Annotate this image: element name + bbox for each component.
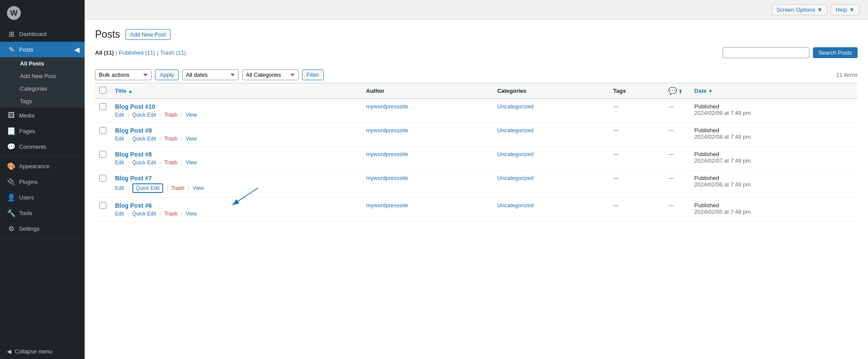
page-header: Posts Add New Post	[95, 29, 858, 40]
category-link-9[interactable]: Uncategorized	[497, 127, 534, 134]
row-action-quick-edit-7[interactable]: Quick Edit	[132, 183, 163, 193]
post-title-link-8[interactable]: Blog Post #8	[115, 151, 152, 158]
comments-sort-icons: ⬆	[678, 89, 682, 94]
row-action-edit-9[interactable]: Edit	[115, 136, 124, 142]
date-cell-10: Published2024/02/09 at 7:48 pm	[690, 99, 858, 123]
row-action-edit-7[interactable]: Edit	[115, 185, 124, 191]
sidebar-item-users[interactable]: 👤 Users	[0, 189, 85, 205]
post-title-link-10[interactable]: Blog Post #10	[115, 103, 155, 110]
collapse-menu-button[interactable]: ◀ Collapse menu	[0, 344, 85, 359]
comments-value-10: —	[668, 103, 674, 110]
sidebar-item-media[interactable]: 🖼 Media	[0, 108, 85, 123]
sub-nav: All (11) | Published (11) | Trash (11)	[95, 49, 186, 56]
title-sort-icon: ▲	[128, 88, 133, 94]
row-action-quick-edit-8[interactable]: Quick Edit	[132, 160, 156, 166]
sidebar-sub-tags[interactable]: Tags	[0, 95, 85, 108]
row-checkbox-6[interactable]	[99, 202, 106, 209]
row-action-sep: |	[128, 136, 129, 142]
category-link-7[interactable]: Uncategorized	[497, 175, 534, 181]
category-link-10[interactable]: Uncategorized	[497, 103, 534, 110]
row-action-view-9[interactable]: View	[186, 136, 197, 142]
sidebar-item-pages[interactable]: 📃 Pages	[0, 123, 85, 139]
tags-value-8: —	[613, 151, 619, 157]
topbar: Screen Options ▼ Help ▼	[85, 0, 868, 20]
sub-nav-trash[interactable]: Trash (11)	[160, 49, 186, 56]
row-action-trash-9[interactable]: Trash	[164, 136, 178, 142]
sidebar-item-tools[interactable]: 🔧 Tools	[0, 205, 85, 221]
header-title[interactable]: Title ▲	[111, 83, 362, 99]
sidebar-item-label: Posts	[19, 46, 33, 53]
sidebar-item-posts[interactable]: ✎ Posts ◀	[0, 42, 85, 57]
search-posts-input[interactable]	[723, 47, 809, 58]
author-link-9[interactable]: mywordpresssite	[366, 127, 408, 134]
row-action-trash-10[interactable]: Trash	[164, 112, 178, 118]
row-action-edit-10[interactable]: Edit	[115, 112, 124, 118]
date-status-6: Published	[694, 202, 853, 209]
sidebar-sub-categories[interactable]: Categories	[0, 82, 85, 95]
sidebar-item-plugins[interactable]: 🔌 Plugins	[0, 174, 85, 189]
apply-button[interactable]: Apply	[155, 69, 179, 80]
sub-nav-sep1: |	[115, 49, 117, 56]
post-title-link-6[interactable]: Blog Post #6	[115, 202, 152, 209]
row-checkbox-8[interactable]	[99, 151, 106, 158]
row-action-view-6[interactable]: View	[186, 211, 197, 217]
row-action-edit-6[interactable]: Edit	[115, 211, 124, 217]
row-action-quick-edit-6[interactable]: Quick Edit	[132, 211, 156, 217]
author-link-10[interactable]: mywordpresssite	[366, 103, 408, 110]
posts-icon: ✎	[7, 45, 16, 54]
author-link-7[interactable]: mywordpresssite	[366, 175, 408, 181]
table-row: Blog Post #6Edit | Quick Edit | Trash | …	[95, 198, 858, 222]
date-status-9: Published	[694, 127, 853, 134]
collapse-label: Collapse menu	[15, 348, 53, 355]
sidebar-item-comments[interactable]: 💬 Comments	[0, 139, 85, 154]
categories-filter-select[interactable]: All Categories Uncategorized	[242, 69, 299, 80]
row-action-trash-8[interactable]: Trash	[164, 160, 178, 166]
row-action-view-10[interactable]: View	[186, 112, 197, 118]
select-all-checkbox[interactable]	[99, 87, 106, 94]
filter-button[interactable]: Filter	[302, 69, 324, 80]
row-action-view-8[interactable]: View	[186, 160, 197, 166]
category-link-8[interactable]: Uncategorized	[497, 151, 534, 157]
row-action-edit-8[interactable]: Edit	[115, 160, 124, 166]
row-checkbox-9[interactable]	[99, 127, 106, 134]
post-title-link-7[interactable]: Blog Post #7	[115, 175, 152, 182]
add-new-post-button[interactable]: Add New Post	[125, 29, 171, 40]
sidebar-sub-add-new[interactable]: Add New Post	[0, 70, 85, 82]
post-title-link-9[interactable]: Blog Post #9	[115, 127, 152, 134]
author-link-8[interactable]: mywordpresssite	[366, 151, 408, 157]
posts-table-body: Blog Post #10Edit | Quick Edit | Trash |…	[95, 99, 858, 222]
row-action-quick-edit-9[interactable]: Quick Edit	[132, 136, 156, 142]
sidebar-item-appearance[interactable]: 🎨 Appearance	[0, 158, 85, 174]
sub-nav-row: All (11) | Published (11) | Trash (11) S…	[95, 47, 858, 64]
bulk-actions-select[interactable]: Bulk actions	[95, 69, 151, 80]
row-action-trash-7[interactable]: Trash	[171, 185, 184, 191]
row-checkbox-7[interactable]	[99, 175, 106, 182]
tags-value-6: —	[613, 202, 619, 209]
screen-options-button[interactable]: Screen Options ▼	[772, 4, 827, 15]
sidebar-item-label: Comments	[19, 144, 46, 150]
page-title: Posts	[95, 29, 120, 40]
main-content: Screen Options ▼ Help ▼ Posts Add New Po…	[85, 0, 868, 359]
wordpress-logo-icon: W	[7, 6, 21, 20]
category-link-6[interactable]: Uncategorized	[497, 202, 534, 209]
row-action-trash-6[interactable]: Trash	[164, 211, 178, 217]
author-link-6[interactable]: mywordpresssite	[366, 202, 408, 209]
row-checkbox-10[interactable]	[99, 103, 106, 110]
row-action-quick-edit-10[interactable]: Quick Edit	[132, 112, 156, 118]
sidebar-item-dashboard[interactable]: ⊞ Dashboard	[0, 26, 85, 42]
collapse-icon: ◀	[7, 348, 11, 355]
sub-nav-all[interactable]: All (11)	[95, 49, 114, 56]
dates-filter-select[interactable]: All dates February 2024	[182, 69, 239, 80]
date-status-8: Published	[694, 151, 853, 157]
sub-nav-published[interactable]: Published (11)	[119, 49, 155, 56]
row-action-view-7[interactable]: View	[193, 185, 204, 191]
help-button[interactable]: Help ▼	[831, 4, 859, 15]
sidebar-sub-all-posts[interactable]: All Posts	[0, 57, 85, 70]
search-posts-button[interactable]: Search Posts	[813, 47, 858, 58]
header-comments[interactable]: 💬 ⬆	[664, 83, 690, 99]
sidebar-item-settings[interactable]: ⚙ Settings	[0, 221, 85, 236]
date-cell-9: Published2024/02/08 at 7:48 pm	[690, 123, 858, 147]
comments-value-7: —	[668, 175, 674, 181]
help-chevron-icon: ▼	[849, 7, 855, 13]
header-date[interactable]: Date ▼	[690, 83, 858, 99]
